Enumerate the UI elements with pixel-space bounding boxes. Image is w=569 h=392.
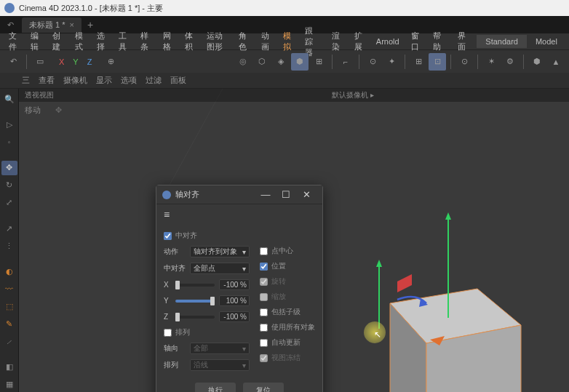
dialog-menu-icon[interactable]: ≡ xyxy=(156,204,322,225)
live-select-tool[interactable]: ◦ xyxy=(1,135,17,149)
tool-e[interactable]: ⬚ xyxy=(1,299,17,313)
move-tool[interactable]: ✥ xyxy=(1,161,17,175)
tool-btn-cube[interactable]: ⬢ xyxy=(291,53,309,71)
menu-select[interactable]: 选择 xyxy=(91,28,113,55)
layout-standard[interactable]: Standard xyxy=(477,35,527,48)
axis-x-toggle[interactable]: X xyxy=(56,56,67,68)
close-button[interactable]: ✕ xyxy=(296,189,317,200)
vp-menu-3[interactable]: 显示 xyxy=(96,75,112,86)
auto-update-checkbox[interactable]: 自动更新 xyxy=(260,337,315,348)
rotation-checkbox: 旋转 xyxy=(260,276,315,287)
tool-btn-10[interactable]: ✶ xyxy=(482,53,500,71)
menu-help[interactable]: 帮助 xyxy=(427,28,449,55)
x-slider[interactable] xyxy=(175,284,215,287)
y-value[interactable]: 100 % xyxy=(219,295,250,306)
menu-animate[interactable]: 动画 xyxy=(255,28,277,55)
menu-render[interactable]: 渲染 xyxy=(326,28,348,55)
viewport-camera[interactable]: 默认摄像机 ▸ xyxy=(332,90,374,100)
tool-d[interactable]: 〰 xyxy=(1,281,17,296)
layout-button[interactable]: ▭ xyxy=(31,53,49,71)
x-value[interactable]: -100 % xyxy=(219,279,250,290)
svg-marker-11 xyxy=(376,260,382,267)
tool-btn-snap[interactable]: ⊡ xyxy=(429,53,446,71)
cube-object[interactable] xyxy=(346,209,550,392)
menu-mode[interactable]: 模式 xyxy=(69,28,91,55)
arrange-mode-select: 沿线▾ xyxy=(190,359,250,371)
minimize-button[interactable]: — xyxy=(255,189,276,200)
tool-c[interactable]: ◐ xyxy=(1,264,17,279)
main-menubar: 文件 编辑 创建 模式 选择 工具 样条 网格 体积 运动图形 角色 动画 模拟… xyxy=(0,33,569,49)
menu-create[interactable]: 创建 xyxy=(47,28,68,55)
layout-model[interactable]: Model xyxy=(527,35,566,48)
menu-edit[interactable]: 编辑 xyxy=(25,28,47,55)
vp-menu-1[interactable]: 查看 xyxy=(39,75,55,86)
vp-menu-2[interactable]: 摄像机 xyxy=(63,75,87,86)
rotate-tool[interactable]: ↻ xyxy=(1,178,17,193)
execute-button[interactable]: 执行 xyxy=(195,383,236,392)
tool-btn-2[interactable]: ⬡ xyxy=(253,53,271,71)
menu-window[interactable]: 窗口 xyxy=(405,28,427,55)
reset-button[interactable]: 复位 xyxy=(243,383,284,392)
action-select[interactable]: 轴对齐到对象▾ xyxy=(190,246,250,257)
undo-button[interactable]: ↶ xyxy=(4,53,22,71)
midalign-select[interactable]: 全部点▾ xyxy=(190,263,250,274)
tool-btn-5[interactable]: ⌐ xyxy=(337,53,354,71)
app-icon xyxy=(4,3,15,13)
tool-a[interactable]: ↗ xyxy=(1,221,17,236)
tool-btn-12[interactable]: ⬢ xyxy=(528,53,546,71)
menu-mograph[interactable]: 运动图形 xyxy=(201,28,233,55)
arrange-mode-label: 排列 xyxy=(164,360,186,370)
window-titlebar: Cinema 4D 2023.1.0 - [未标题 1 *] - 主要 xyxy=(0,0,569,16)
tool-btn-7[interactable]: ✦ xyxy=(383,53,400,71)
svg-marker-9 xyxy=(445,212,451,220)
layout-label[interactable]: 界面 xyxy=(449,28,477,55)
tool-btn-13[interactable]: ▲ xyxy=(547,53,565,71)
tool-btn-6[interactable]: ⊙ xyxy=(364,53,381,71)
dialog-titlebar[interactable]: 轴对齐 — ☐ ✕ xyxy=(156,185,322,204)
tool-btn-3[interactable]: ◈ xyxy=(272,53,290,71)
tool-b[interactable]: ⋮ xyxy=(1,239,17,253)
menu-simulate[interactable]: 模拟 xyxy=(277,28,299,55)
menu-file[interactable]: 文件 xyxy=(3,28,25,55)
svg-marker-12 xyxy=(397,274,412,292)
menu-character[interactable]: 角色 xyxy=(233,28,255,55)
select-tool[interactable]: ▷ xyxy=(1,117,17,132)
tool-btn-4[interactable]: ⊞ xyxy=(310,53,327,71)
menu-mesh[interactable]: 网格 xyxy=(157,28,179,55)
tool-g[interactable]: ⟋ xyxy=(1,335,17,349)
tool-h[interactable]: ◧ xyxy=(1,360,17,375)
search-tool[interactable]: 🔍 xyxy=(1,92,17,106)
tool-btn-1[interactable]: ◎ xyxy=(234,53,252,71)
x-slider-label: X xyxy=(164,281,171,289)
include-children-checkbox[interactable]: 包括子级 xyxy=(260,307,315,317)
point-center-checkbox[interactable]: 点中心 xyxy=(260,246,315,256)
tool-btn-8[interactable]: ⊞ xyxy=(410,53,427,71)
tool-btn-11[interactable]: ⚙ xyxy=(501,53,519,71)
z-slider[interactable] xyxy=(175,316,215,319)
axis-z-toggle[interactable]: Z xyxy=(84,56,95,68)
menu-tools[interactable]: 工具 xyxy=(113,28,135,55)
tool-f[interactable]: ✎ xyxy=(1,316,17,331)
tool-btn-9[interactable]: ⊙ xyxy=(455,53,473,71)
menu-arnold[interactable]: Arnold xyxy=(370,35,405,48)
scale-tool[interactable]: ⤢ xyxy=(1,196,17,210)
use-all-objects-checkbox[interactable]: 使用所有对象 xyxy=(260,322,315,332)
scale-checkbox: 缩放 xyxy=(260,292,315,302)
menu-extensions[interactable]: 扩展 xyxy=(349,28,370,55)
maximize-button[interactable]: ☐ xyxy=(276,189,296,200)
y-slider[interactable] xyxy=(175,300,215,303)
vp-menu-5[interactable]: 过滤 xyxy=(146,75,162,86)
vp-menu-4[interactable]: 选项 xyxy=(121,75,137,86)
cursor-icon: ↖ xyxy=(374,329,381,340)
axis-y-toggle[interactable]: Y xyxy=(70,56,81,68)
arrange-checkbox[interactable]: 排列 xyxy=(164,327,250,337)
menu-volume[interactable]: 体积 xyxy=(179,28,201,55)
position-checkbox[interactable]: 位置 xyxy=(260,261,315,271)
vp-menu-6[interactable]: 面板 xyxy=(170,75,186,86)
menu-spline[interactable]: 样条 xyxy=(135,28,156,55)
tool-i[interactable]: ▦ xyxy=(1,377,17,392)
z-value[interactable]: -100 % xyxy=(219,311,250,322)
coord-button[interactable]: ⊕ xyxy=(102,53,119,71)
vp-menu-0[interactable]: 三 xyxy=(22,75,30,86)
center-align-checkbox[interactable]: 中对齐 xyxy=(164,231,250,241)
